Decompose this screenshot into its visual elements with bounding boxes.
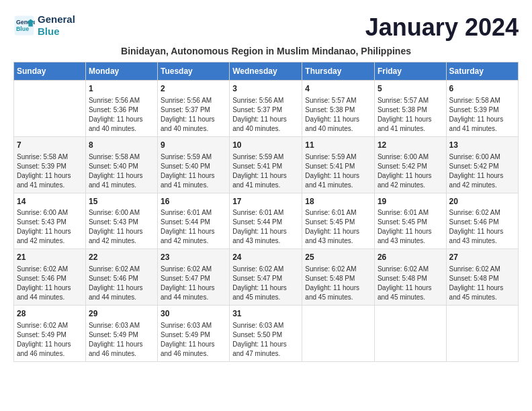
calendar-week-row: 14Sunrise: 6:00 AM Sunset: 5:43 PM Dayli… [14,193,519,249]
logo-text-blue: Blue [38,26,75,38]
logo: General Blue General Blue [13,13,75,38]
day-info: Sunrise: 6:00 AM Sunset: 5:43 PM Dayligh… [17,208,83,246]
calendar-cell: 24Sunrise: 6:02 AM Sunset: 5:47 PM Dayli… [230,249,302,306]
calendar-cell: 16Sunrise: 6:01 AM Sunset: 5:44 PM Dayli… [158,193,230,249]
calendar-table: SundayMondayTuesdayWednesdayThursdayFrid… [13,62,519,362]
day-number: 6 [449,83,515,95]
calendar-cell: 28Sunrise: 6:02 AM Sunset: 5:49 PM Dayli… [14,306,86,362]
day-number: 19 [378,196,443,208]
day-number: 29 [89,308,154,320]
calendar-body: 1Sunrise: 5:56 AM Sunset: 5:36 PM Daylig… [14,81,519,362]
calendar-cell: 2Sunrise: 5:56 AM Sunset: 5:37 PM Daylig… [158,81,230,137]
day-info: Sunrise: 5:59 AM Sunset: 5:41 PM Dayligh… [305,152,371,190]
day-info: Sunrise: 5:56 AM Sunset: 5:37 PM Dayligh… [161,96,226,134]
month-title: January 2024 [365,13,519,42]
weekday-header: Thursday [302,62,375,81]
day-number: 22 [89,252,154,263]
weekday-header: Wednesday [230,62,302,81]
day-info: Sunrise: 6:02 AM Sunset: 5:48 PM Dayligh… [378,265,443,302]
calendar-cell: 12Sunrise: 6:00 AM Sunset: 5:42 PM Dayli… [374,136,446,193]
day-number: 9 [161,140,226,151]
day-info: Sunrise: 6:02 AM Sunset: 5:46 PM Dayligh… [89,265,154,302]
calendar-cell: 4Sunrise: 5:57 AM Sunset: 5:38 PM Daylig… [302,81,375,137]
day-info: Sunrise: 6:00 AM Sunset: 5:42 PM Dayligh… [378,152,443,190]
day-number: 28 [17,308,83,320]
calendar-cell: 22Sunrise: 6:02 AM Sunset: 5:46 PM Dayli… [85,249,157,306]
calendar-cell: 6Sunrise: 5:58 AM Sunset: 5:39 PM Daylig… [446,81,518,137]
day-number: 17 [232,196,299,208]
day-info: Sunrise: 6:03 AM Sunset: 5:49 PM Dayligh… [89,321,154,359]
weekday-header: Saturday [446,62,518,81]
day-number: 3 [232,83,299,95]
calendar-week-row: 1Sunrise: 5:56 AM Sunset: 5:36 PM Daylig… [14,81,519,137]
day-number: 20 [449,196,515,208]
day-number: 15 [89,196,154,208]
calendar-cell: 9Sunrise: 5:59 AM Sunset: 5:40 PM Daylig… [158,136,230,193]
calendar-cell [14,81,86,137]
day-info: Sunrise: 5:57 AM Sunset: 5:38 PM Dayligh… [378,96,443,134]
day-info: Sunrise: 6:01 AM Sunset: 5:44 PM Dayligh… [161,208,226,246]
day-number: 14 [17,196,83,208]
day-info: Sunrise: 6:02 AM Sunset: 5:47 PM Dayligh… [161,265,226,302]
calendar-cell: 18Sunrise: 6:01 AM Sunset: 5:45 PM Dayli… [302,193,375,249]
day-number: 11 [305,140,371,151]
day-info: Sunrise: 6:02 AM Sunset: 5:46 PM Dayligh… [449,208,515,246]
calendar-cell: 30Sunrise: 6:03 AM Sunset: 5:49 PM Dayli… [158,306,230,362]
header: General Blue General Blue January 2024 [13,13,519,42]
day-number: 26 [378,252,443,263]
calendar-cell: 7Sunrise: 5:58 AM Sunset: 5:39 PM Daylig… [14,136,86,193]
day-info: Sunrise: 6:01 AM Sunset: 5:44 PM Dayligh… [232,208,299,246]
calendar-cell [374,306,446,362]
day-number: 30 [161,308,226,320]
day-number: 10 [232,140,299,151]
day-info: Sunrise: 6:01 AM Sunset: 5:45 PM Dayligh… [305,208,371,246]
day-info: Sunrise: 5:58 AM Sunset: 5:39 PM Dayligh… [449,96,515,134]
day-number: 8 [89,140,154,151]
calendar-cell: 3Sunrise: 5:56 AM Sunset: 5:37 PM Daylig… [230,81,302,137]
calendar-cell: 29Sunrise: 6:03 AM Sunset: 5:49 PM Dayli… [85,306,157,362]
day-info: Sunrise: 6:03 AM Sunset: 5:49 PM Dayligh… [161,321,226,359]
logo-text-general: General [38,13,75,26]
day-number: 5 [378,83,443,95]
calendar-week-row: 28Sunrise: 6:02 AM Sunset: 5:49 PM Dayli… [14,306,519,362]
calendar-cell: 1Sunrise: 5:56 AM Sunset: 5:36 PM Daylig… [85,81,157,137]
calendar-cell [302,306,375,362]
calendar-cell: 19Sunrise: 6:01 AM Sunset: 5:45 PM Dayli… [374,193,446,249]
day-info: Sunrise: 6:02 AM Sunset: 5:48 PM Dayligh… [449,265,515,302]
calendar-cell: 8Sunrise: 5:58 AM Sunset: 5:40 PM Daylig… [85,136,157,193]
calendar-cell: 13Sunrise: 6:00 AM Sunset: 5:42 PM Dayli… [446,136,518,193]
logo-icon: General Blue [13,15,35,36]
day-info: Sunrise: 6:00 AM Sunset: 5:42 PM Dayligh… [449,152,515,190]
day-number: 25 [305,252,371,263]
day-info: Sunrise: 6:00 AM Sunset: 5:43 PM Dayligh… [89,208,154,246]
weekday-header: Friday [374,62,446,81]
day-info: Sunrise: 6:01 AM Sunset: 5:45 PM Dayligh… [378,208,443,246]
calendar-week-row: 21Sunrise: 6:02 AM Sunset: 5:46 PM Dayli… [14,249,519,306]
day-number: 1 [89,83,154,95]
calendar-cell: 14Sunrise: 6:00 AM Sunset: 5:43 PM Dayli… [14,193,86,249]
calendar-cell: 31Sunrise: 6:03 AM Sunset: 5:50 PM Dayli… [230,306,302,362]
calendar-week-row: 7Sunrise: 5:58 AM Sunset: 5:39 PM Daylig… [14,136,519,193]
day-number: 13 [449,140,515,151]
svg-text:Blue: Blue [16,26,29,32]
calendar-cell [446,306,518,362]
calendar-cell: 23Sunrise: 6:02 AM Sunset: 5:47 PM Dayli… [158,249,230,306]
day-number: 21 [17,252,83,263]
day-info: Sunrise: 6:02 AM Sunset: 5:49 PM Dayligh… [17,321,83,359]
calendar-header: SundayMondayTuesdayWednesdayThursdayFrid… [14,62,519,81]
day-number: 16 [161,196,226,208]
day-number: 27 [449,252,515,263]
day-info: Sunrise: 5:59 AM Sunset: 5:41 PM Dayligh… [232,152,299,190]
day-number: 23 [161,252,226,263]
day-info: Sunrise: 6:02 AM Sunset: 5:48 PM Dayligh… [305,265,371,302]
day-info: Sunrise: 5:59 AM Sunset: 5:40 PM Dayligh… [161,152,226,190]
calendar-cell: 26Sunrise: 6:02 AM Sunset: 5:48 PM Dayli… [374,249,446,306]
day-number: 18 [305,196,371,208]
weekday-header: Sunday [14,62,86,81]
day-info: Sunrise: 5:56 AM Sunset: 5:36 PM Dayligh… [89,96,154,134]
calendar-cell: 5Sunrise: 5:57 AM Sunset: 5:38 PM Daylig… [374,81,446,137]
day-info: Sunrise: 5:58 AM Sunset: 5:40 PM Dayligh… [89,152,154,190]
day-number: 31 [232,308,299,320]
subtitle: Binidayan, Autonomous Region in Muslim M… [13,46,519,56]
day-info: Sunrise: 5:58 AM Sunset: 5:39 PM Dayligh… [17,152,83,190]
